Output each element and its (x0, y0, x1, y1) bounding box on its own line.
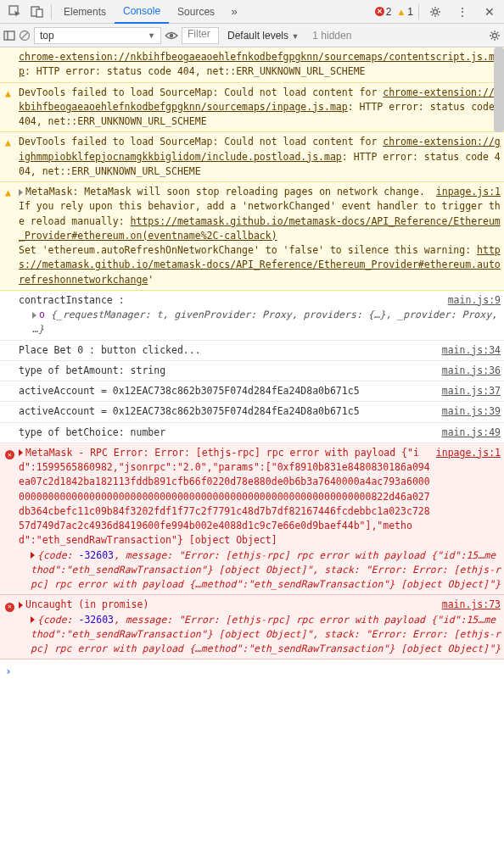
source-link[interactable]: main.js:36 (437, 364, 501, 378)
context-select[interactable]: top▼ (34, 27, 161, 44)
console-prompt[interactable]: › (0, 659, 504, 682)
inspect-icon[interactable] (3, 1, 25, 23)
console-output: chrome-extension://nkbihfbeogaeaoehlefnk… (0, 47, 504, 682)
console-row-log[interactable]: activeAccount = 0x12EAC738c862b3075F074d… (0, 402, 504, 422)
expand-arrow-icon[interactable] (19, 602, 23, 609)
warning-icon: ▲ (5, 86, 19, 130)
console-row-log[interactable]: activeAccount = 0x12EAC738c862b3075F074d… (0, 381, 504, 402)
console-row-error[interactable]: ✕ MetaMask - RPC Error: Error: [ethjs-rp… (0, 443, 504, 596)
source-link[interactable]: main.js:9 (443, 293, 501, 308)
expand-arrow-icon[interactable] (31, 616, 35, 623)
device-toggle-icon[interactable] (25, 1, 48, 23)
svg-rect-4 (4, 31, 14, 40)
svg-line-7 (21, 32, 28, 39)
console-row-log[interactable]: type of betAmount: string main.js:36 (0, 361, 504, 381)
console-row-warning[interactable]: ▲ MetaMask: MetaMask will soon stop relo… (0, 182, 504, 291)
source-link[interactable]: inpage.js:1 (431, 185, 501, 199)
svg-point-3 (434, 9, 438, 14)
scrollbar-thumb[interactable] (494, 47, 504, 132)
devtools-toolbar: Elements Console Sources » ✕2 ▲1 ⋮ ✕ (0, 0, 504, 24)
prompt-caret-icon: › (5, 665, 17, 677)
tab-elements[interactable]: Elements (55, 1, 115, 23)
source-link[interactable]: main.js:37 (437, 384, 501, 398)
kebab-menu-icon[interactable]: ⋮ (451, 1, 473, 23)
source-link[interactable]: inpage.js:1 (431, 446, 501, 548)
source-link[interactable]: main.js:34 (437, 343, 501, 358)
warning-icon: ▲ (5, 135, 19, 179)
svg-point-8 (170, 33, 173, 36)
expand-arrow-icon[interactable] (19, 449, 23, 456)
sidebar-toggle-icon[interactable] (3, 30, 15, 42)
error-icon: ✕ (5, 446, 19, 593)
expand-arrow-icon[interactable] (31, 552, 35, 559)
settings-icon[interactable] (424, 1, 446, 23)
console-row-warning[interactable]: ▲ DevTools failed to load SourceMap: Cou… (0, 83, 504, 133)
console-settings-icon[interactable] (489, 30, 501, 42)
more-tabs-icon[interactable]: » (223, 1, 245, 23)
expand-arrow-icon[interactable] (32, 312, 36, 319)
log-levels-select[interactable]: Default levels ▼ (222, 30, 304, 42)
source-link[interactable]: main.js:39 (437, 404, 501, 419)
console-row-log[interactable]: type of betChoice: number main.js:49 (0, 423, 504, 443)
console-row-warning[interactable]: chrome-extension://nkbihfbeogaeaoehlefnk… (0, 47, 504, 83)
console-subbar: top▼ Filter Default levels ▼ 1 hidden (0, 24, 504, 47)
error-badge[interactable]: ✕2 (375, 6, 392, 18)
close-icon[interactable]: ✕ (479, 1, 501, 23)
eye-icon[interactable] (165, 30, 178, 42)
svg-point-9 (493, 33, 497, 37)
console-row-log[interactable]: contractInstance :main.js:9 o {_requestM… (0, 291, 504, 341)
clear-console-icon[interactable] (19, 30, 31, 42)
console-row-error[interactable]: ✕ Uncaught (in promise) main.js:73 {code… (0, 595, 504, 659)
source-link[interactable]: main.js:73 (437, 598, 501, 612)
warning-badge[interactable]: ▲1 (396, 6, 413, 18)
expand-arrow-icon[interactable] (19, 189, 23, 196)
tab-sources[interactable]: Sources (169, 1, 223, 23)
hidden-count[interactable]: 1 hidden (307, 30, 356, 42)
tab-console[interactable]: Console (115, 0, 169, 24)
svg-rect-2 (36, 9, 42, 17)
console-row-warning[interactable]: ▲ DevTools failed to load SourceMap: Cou… (0, 132, 504, 182)
warning-icon: ▲ (5, 185, 19, 287)
source-link[interactable]: main.js:49 (437, 426, 501, 440)
filter-input[interactable]: Filter (182, 27, 219, 44)
error-icon: ✕ (5, 598, 19, 656)
console-row-log[interactable]: Place Bet 0 : button clicked... main.js:… (0, 341, 504, 361)
